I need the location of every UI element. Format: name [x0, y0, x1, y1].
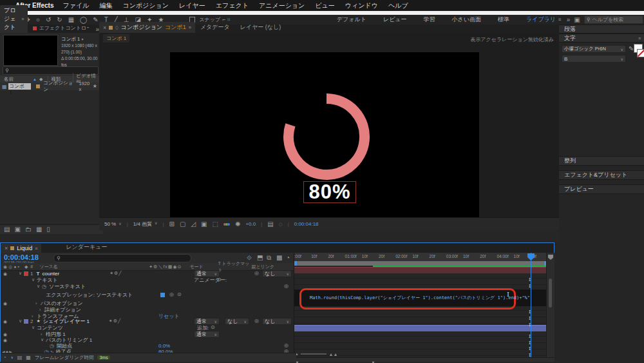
mask-visibility-icon[interactable]: ▢	[180, 221, 185, 228]
zoom-slider[interactable]	[301, 353, 327, 355]
twirl-down-icon[interactable]: ∨	[41, 337, 46, 342]
group-row-text[interactable]: ∨ テキスト アニメーター: ⊙	[1, 277, 294, 283]
quality-dropdown[interactable]: 1/4 画質∨	[133, 221, 158, 228]
property-row-source-text[interactable]: ∨ ◷ ソーステキスト ◎	[1, 283, 294, 289]
layer-bar-shape[interactable]	[294, 325, 547, 331]
expression-text[interactable]: Math.round(thisComp.layer("シェイプレイヤー 1").…	[310, 295, 530, 301]
trash-icon[interactable]: ▯	[46, 226, 50, 233]
workspace-switch-icon[interactable]: ▣	[574, 17, 580, 23]
workspace-tab[interactable]: レビュー	[383, 15, 407, 24]
character-panel-header[interactable]: 文字 ≡	[559, 34, 644, 43]
comp-marker-icon[interactable]	[548, 255, 553, 260]
tab-effect-controls[interactable]: エフェクトコントロール コ	[28, 23, 94, 33]
layer-label-color[interactable]	[24, 271, 28, 276]
twirl-right-icon[interactable]: ›	[41, 332, 46, 337]
menu-item[interactable]: 編集	[99, 1, 112, 10]
expression-pickwhip-icon[interactable]: ◎	[284, 343, 289, 348]
work-area-bar[interactable]	[294, 261, 547, 266]
tab-timeline-comp[interactable]: × Liquid ≡	[1, 244, 41, 253]
menu-item[interactable]: ファイル	[62, 1, 89, 10]
tab-metadata[interactable]: メタデータ	[195, 22, 235, 33]
tab-render-queue[interactable]: レンダーキュー	[61, 242, 112, 253]
label-column-icon[interactable]: ◆	[39, 77, 43, 81]
expression-language-icon[interactable]: ⊙	[177, 292, 182, 297]
font-family-dropdown[interactable]: 小塚ゴシック Pr6N∨	[562, 45, 626, 53]
vertical-scrollbar[interactable]	[549, 279, 552, 308]
color-depth-icon[interactable]: ▣	[14, 226, 20, 233]
expression-row[interactable]: エクスプレッション: ソーステキスト ◎ ⊙	[1, 289, 294, 300]
preview-panel-header[interactable]: プレビュー	[559, 184, 644, 194]
eye-icon[interactable]: ◉	[1, 332, 7, 337]
track-matte-dropdown[interactable]: なし∨	[225, 318, 249, 325]
percent-text-layer[interactable]: 80%	[303, 181, 356, 203]
zoom-tool-icon[interactable]: ○	[36, 16, 40, 23]
workspace-menu-icon[interactable]: ≡	[558, 17, 562, 23]
column-name[interactable]: 名前	[0, 76, 33, 83]
eye-icon[interactable]: ◉	[1, 338, 7, 342]
close-tab-icon[interactable]: ×	[5, 245, 8, 251]
twirl-down-icon[interactable]: ∨	[19, 319, 24, 324]
channel-icon[interactable]	[223, 223, 230, 226]
workspace-tab[interactable]: 標準	[498, 15, 509, 24]
new-folder-icon[interactable]: 🗀	[25, 226, 32, 233]
animator-add-icon[interactable]: ⊙	[217, 277, 222, 282]
tab-layer[interactable]: レイヤー (なし)	[235, 22, 287, 33]
parent-pickwhip-icon[interactable]: ◎	[254, 271, 259, 276]
align-panel-header[interactable]: 整列	[559, 156, 644, 166]
menu-item[interactable]: ウィンドウ	[345, 1, 378, 10]
workspace-overflow-icon[interactable]: »	[567, 17, 571, 23]
layer-row-shape[interactable]: ◉ ∨ 2 ★ シェイプレイヤー 1 ✦⚙╱ 通常∨ なし∨ ◎ なし∨	[1, 318, 294, 324]
project-row-name[interactable]: コンポ 1	[8, 83, 32, 90]
layer-bar-counter[interactable]	[294, 267, 547, 273]
menu-item[interactable]: アニメーション	[259, 1, 305, 10]
composition-frame[interactable]: 80%	[170, 52, 479, 226]
project-comp-name[interactable]: コンポ 1	[61, 36, 80, 42]
parent-column[interactable]: 親とリンク	[251, 264, 274, 270]
parent-dropdown[interactable]: なし∨	[262, 270, 292, 277]
exposure-value[interactable]: +0.0	[245, 221, 256, 227]
help-search-box[interactable]: ⚲ ヘルプを検索	[584, 15, 643, 24]
parent-dropdown[interactable]: なし∨	[262, 318, 292, 325]
menu-item[interactable]: エフェクト	[216, 1, 249, 10]
close-tab-icon[interactable]: ×	[103, 25, 106, 31]
perf-status-icon[interactable]: ▦	[26, 355, 31, 360]
expression-graph-icon[interactable]: ◎	[169, 292, 174, 297]
exposure-gear-icon[interactable]: ✺	[235, 221, 240, 228]
workspace-tab[interactable]: 小さい画面	[452, 15, 481, 24]
layer-name[interactable]: counter	[42, 271, 59, 277]
timeline-scrollbar-strip[interactable]	[546, 253, 554, 357]
draft-3d-icon[interactable]: ⬒	[257, 255, 263, 261]
mode-column[interactable]: モード	[189, 264, 218, 270]
project-row-comp1[interactable]: ▦ コンポ 1 コンポジション 1920 x ★	[0, 83, 99, 90]
label-color-box[interactable]	[36, 84, 40, 88]
stroke-color-swatch[interactable]	[637, 49, 644, 57]
time-ruler[interactable]: :00f10f20f01:00f10f20f02:00f10f20f03:00f…	[294, 253, 547, 262]
pixel-aspect-icon[interactable]: ⬚	[213, 221, 218, 228]
effects-presets-panel-header[interactable]: エフェクト&プリセット	[559, 170, 644, 180]
grid-guides-icon[interactable]: ⊞	[169, 221, 175, 228]
twirl-down-icon[interactable]: ∨	[19, 271, 24, 276]
menu-item[interactable]: ヘルプ	[388, 1, 408, 10]
expression-pickwhip-icon[interactable]: ◎	[284, 284, 289, 289]
parent-pickwhip-icon[interactable]: ◎	[254, 319, 259, 324]
comp-thumbnail[interactable]	[3, 35, 58, 66]
timeline-search-box[interactable]: ⚲	[53, 254, 191, 262]
snapshot-camera-icon[interactable]: ▤	[267, 221, 273, 228]
source-name-column[interactable]: ソース名	[39, 264, 149, 270]
shy-layers-icon[interactable]: ⧉	[267, 255, 271, 261]
twirl-down-icon[interactable]: ∨	[32, 277, 37, 282]
twirl-down-icon[interactable]: ∨	[32, 325, 37, 330]
workspace-tab[interactable]: 学習	[424, 15, 435, 24]
menu-item[interactable]: ビュー	[315, 1, 334, 10]
transparency-grid-icon[interactable]: ◿	[191, 221, 196, 228]
eye-icon[interactable]: ◉	[1, 301, 7, 306]
tab-project[interactable]: プロジェクト≡	[0, 5, 28, 33]
viewer-comp-tab[interactable]: コンポ 1	[103, 34, 129, 43]
workspace-tab[interactable]: デフォルト	[337, 15, 366, 24]
eye-icon[interactable]: ◉	[1, 319, 7, 324]
menu-item[interactable]: コンポジション	[122, 1, 169, 10]
twirl-right-icon[interactable]: ›	[35, 301, 41, 306]
layer-label-color[interactable]	[24, 319, 28, 324]
group-row-contents[interactable]: ∨ コンテンツ 追加: ⊙	[1, 324, 294, 331]
zoom-in-mountain-icon[interactable]: ▲▲	[329, 352, 338, 357]
